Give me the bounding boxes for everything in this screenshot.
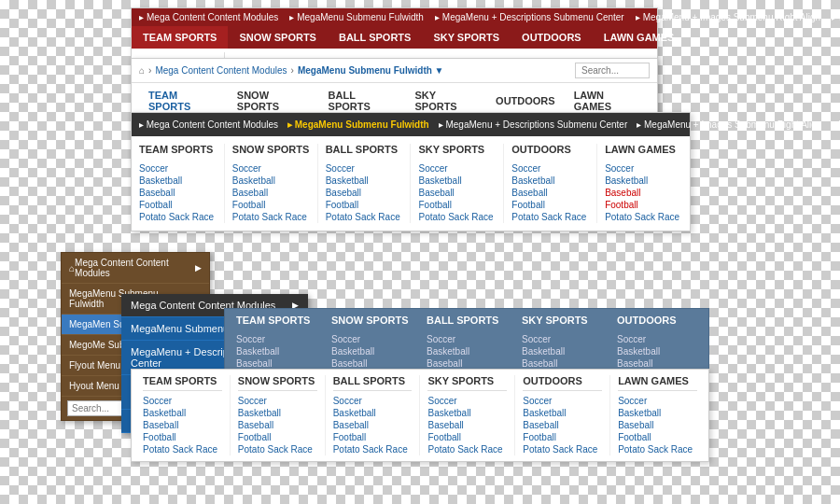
topbar-item-4[interactable]: ▸ MegaMenu + Images Submenu Right Align [636,12,820,22]
p3-snow-baseball[interactable]: Baseball [232,187,310,199]
p3-lawn-soccer[interactable]: Soccer [605,162,682,175]
p6-team-soccer[interactable]: Soccer [143,395,222,407]
p3-topbar-item1[interactable]: ▸ Mega Content Content Modules [139,119,278,130]
p6-team-potato[interactable]: Potato Sack Race [143,443,222,455]
p3-lawn-basketball[interactable]: Basketball [605,175,682,187]
p6-ball-baseball[interactable]: Baseball [333,419,413,431]
p3-out-potato[interactable]: Potato Sack Race [511,211,589,223]
p3-team-football[interactable]: Football [139,199,217,211]
p3-topbar-item5[interactable]: ▸ Flyout Menu HTML Tooltip Demo [831,119,840,130]
p6-ball-soccer[interactable]: Soccer [333,395,413,407]
p6-out-potato[interactable]: Potato Sack Race [523,443,602,455]
p6-snow-potato[interactable]: Potato Sack Race [238,443,317,455]
p6-team-basketball[interactable]: Basketball [143,407,222,419]
p3-col-sky-header: SKY SPORTS [418,144,496,159]
p3-out-basketball[interactable]: Basketball [511,175,589,187]
partial-sky-soccer[interactable]: Soccer [522,333,602,345]
p6-lawn-basketball[interactable]: Basketball [618,407,697,419]
p3-out-soccer[interactable]: Soccer [511,162,589,175]
topbar-item-5[interactable]: ▸ Flyout Menu HTML Tooltip Demo [832,12,840,22]
p3-team-soccer[interactable]: Soccer [139,162,217,175]
p3-snow-soccer[interactable]: Soccer [232,162,310,175]
partial-team-basketball[interactable]: Basketball [236,345,316,357]
p6-team-baseball[interactable]: Baseball [143,419,222,431]
partial-team-soccer[interactable]: Soccer [236,333,316,345]
nav-outdoors[interactable]: OUTDOORS [511,26,593,49]
p6-ball-potato[interactable]: Potato Sack Race [333,443,413,455]
p6-out-basketball[interactable]: Basketball [523,407,602,419]
p6-lawn-soccer[interactable]: Soccer [618,395,697,407]
p6-sky-baseball[interactable]: Baseball [427,419,507,431]
nav-sky-sports[interactable]: SKY SPORTS [422,26,511,49]
p3-snow-potato[interactable]: Potato Sack Race [232,211,310,223]
topbar-item-1[interactable]: ▸ Mega Content Content Modules [139,12,278,22]
p3-lawn-baseball[interactable]: Baseball [605,187,682,199]
p3-team-potato[interactable]: Potato Sack Race [139,211,217,223]
p6-sky-soccer[interactable]: Soccer [427,395,507,407]
partial-out-basketball[interactable]: Basketball [617,345,697,357]
p6-out-football[interactable]: Football [523,431,602,443]
p6-snow-basketball[interactable]: Basketball [238,407,317,419]
partial-ball-soccer[interactable]: Soccer [427,333,507,345]
p6-team-football[interactable]: Football [143,431,222,443]
p3-snow-football[interactable]: Football [232,199,310,211]
partial-ball-basketball[interactable]: Basketball [427,345,507,357]
cnav-ball-sports[interactable]: BALL SPORTS [319,87,406,115]
p3-topbar-item3[interactable]: ▸ MegaMenu + Descriptions Submenu Center [439,119,628,130]
topbar-item-3[interactable]: ▸ MegaMenu + Descriptions Submenu Center [435,12,624,22]
panel2-search[interactable] [575,63,650,78]
p6-snow-soccer[interactable]: Soccer [238,395,317,407]
p3-ball-baseball[interactable]: Baseball [326,187,403,199]
partial-sky-basketball[interactable]: Basketball [522,345,602,357]
panel1-topbar: ▸ Mega Content Content Modules ▸ MegaMen… [132,8,657,26]
p6-lawn-baseball[interactable]: Baseball [618,419,697,431]
p6-snow-baseball[interactable]: Baseball [238,419,317,431]
p6-sky-potato[interactable]: Potato Sack Race [427,443,507,455]
p3-sky-baseball[interactable]: Baseball [418,187,496,199]
p3-col-lawn-header: LAWN GAMES [605,144,682,159]
p3-sky-basketball[interactable]: Basketball [418,175,496,187]
nav-ball-sports[interactable]: BALL SPORTS [328,26,422,49]
p3-ball-basketball[interactable]: Basketball [326,175,403,187]
p6-out-soccer[interactable]: Soccer [523,395,602,407]
p3-lawn-football[interactable]: Football [605,199,682,211]
p3-team-baseball[interactable]: Baseball [139,187,217,199]
partial-out-soccer[interactable]: Soccer [617,333,697,345]
p6-ball-basketball[interactable]: Basketball [333,407,413,419]
p3-topbar-item4[interactable]: ▸ MegaMenu + Images Submenu Right Align [637,119,821,130]
cnav-team-sports[interactable]: TEAM SPORTS [139,87,228,115]
nav-snow-sports[interactable]: SNOW SPORTS [228,26,328,49]
p3-ball-soccer[interactable]: Soccer [326,162,403,175]
partial-snow-soccer[interactable]: Soccer [331,333,412,345]
cnav-sky-sports[interactable]: SKY SPORTS [405,87,486,115]
p3-sky-potato[interactable]: Potato Sack Race [418,211,496,223]
cnav-lawn-games[interactable]: LAWN GAMES [565,87,650,115]
partial-col-outdoors: OUTDOORS Soccer Basketball Baseball [609,315,705,370]
partial-snow-basketball[interactable]: Basketball [331,345,412,357]
p3-team-basketball[interactable]: Basketball [139,175,217,187]
nav-lawn-games[interactable]: LAWN GAMES [593,26,686,49]
nav-team-sports[interactable]: TEAM SPORTS [132,26,228,49]
cnav-outdoors[interactable]: OUTDOORS [486,92,565,109]
cnav-snow-sports[interactable]: SNOW SPORTS [228,87,319,115]
p6-sky-football[interactable]: Football [427,431,507,443]
p4-item-1[interactable]: ⌂ Mega Content Content Modules ▶ [62,253,209,284]
p3-sky-football[interactable]: Football [418,199,496,211]
p3-snow-basketball[interactable]: Basketball [232,175,310,187]
p6-snow-football[interactable]: Football [238,431,317,443]
bullet-1: ▸ [139,12,144,22]
breadcrumb-link1[interactable]: Mega Content Content Modules [155,65,287,76]
p3-sky-soccer[interactable]: Soccer [418,162,496,175]
p6-lawn-potato[interactable]: Potato Sack Race [618,443,697,455]
p3-lawn-potato[interactable]: Potato Sack Race [605,211,682,223]
p6-ball-football[interactable]: Football [333,431,413,443]
p3-ball-football[interactable]: Football [326,199,403,211]
p3-out-football[interactable]: Football [511,199,589,211]
p3-topbar-item2[interactable]: ▸ MegaMenu Submenu Fulwidth [287,119,429,130]
p6-sky-basketball[interactable]: Basketball [427,407,507,419]
p6-lawn-football[interactable]: Football [618,431,697,443]
p3-ball-potato[interactable]: Potato Sack Race [326,211,403,223]
topbar-item-2[interactable]: ▸ MegaMenu Submenu Fulwidth [289,12,424,22]
p6-out-baseball[interactable]: Baseball [523,419,602,431]
p3-out-baseball[interactable]: Baseball [511,187,589,199]
